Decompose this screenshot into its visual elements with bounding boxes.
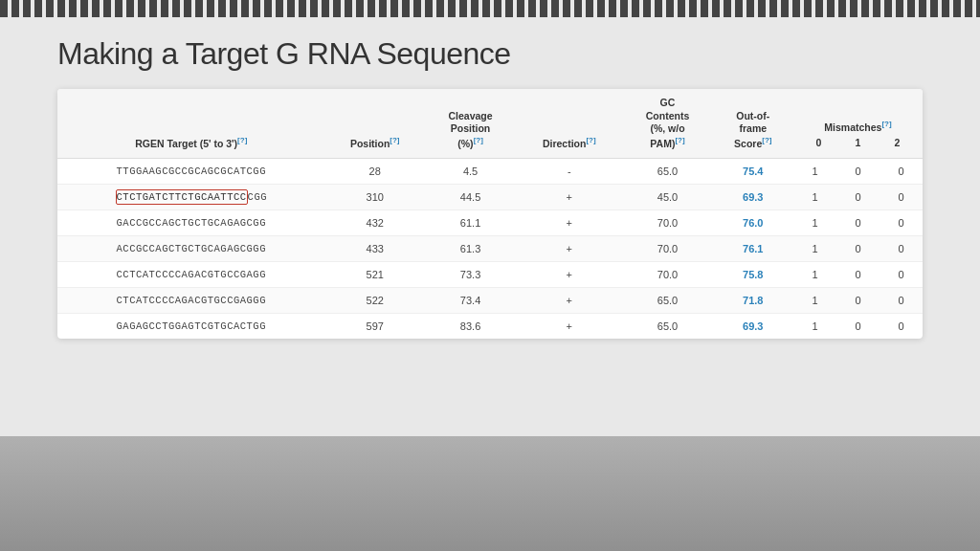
table-body: TTGGAAGCGCCGCAGCGCATCGG284.5-65.075.4100… bbox=[57, 159, 923, 340]
score-cell: 75.4 bbox=[713, 159, 793, 185]
mis0-cell: 1 bbox=[793, 236, 836, 262]
cleavage-cell: 44.5 bbox=[425, 185, 516, 210]
position-help-icon[interactable]: [?] bbox=[390, 136, 399, 144]
mis1-cell: 0 bbox=[836, 185, 880, 210]
seq-cell: CTCTGATCTTCTGCAATTCCCGG bbox=[57, 185, 325, 210]
position-cell: 310 bbox=[325, 185, 425, 210]
gc-cell: 70.0 bbox=[622, 210, 712, 236]
mis1-cell: 0 bbox=[836, 288, 880, 314]
outframe-help-icon[interactable]: [?] bbox=[762, 136, 771, 144]
cleavage-cell: 83.6 bbox=[425, 314, 516, 340]
direction-help-icon[interactable]: [?] bbox=[586, 136, 595, 144]
th-gc: GCContents(%, w/oPAM)[?] bbox=[622, 89, 712, 159]
score-cell: 71.8 bbox=[713, 288, 793, 314]
score-cell: 75.8 bbox=[713, 262, 793, 288]
th-cleavage: CleavagePosition(%)[?] bbox=[425, 89, 516, 159]
seq-cell: CTCATCCCCAGACGTGCCGAGGG bbox=[57, 288, 325, 314]
score-cell: 69.3 bbox=[713, 185, 793, 210]
position-cell: 522 bbox=[325, 288, 425, 314]
direction-cell: + bbox=[516, 236, 622, 262]
table-header-row: RGEN Target (5' to 3')[?] Position[?] Cl… bbox=[57, 89, 923, 159]
mis0-cell: 1 bbox=[793, 185, 836, 210]
gc-cell: 70.0 bbox=[622, 262, 712, 288]
mis2-cell: 0 bbox=[880, 236, 923, 262]
th-mismatches: Mismatches[?] 0 1 2 bbox=[793, 89, 923, 159]
table-row: CTCATCCCCAGACGTGCCGAGGG52273.4+65.071.81… bbox=[57, 288, 923, 314]
direction-cell: + bbox=[516, 262, 622, 288]
table-row: ACCGCCAGCTGCTGCAGAGCGGG43361.3+70.076.11… bbox=[57, 236, 923, 262]
slide-content: Making a Target G RNA Sequence RGEN Targ… bbox=[0, 27, 980, 348]
th-position: Position[?] bbox=[325, 89, 425, 159]
gc-help-icon[interactable]: [?] bbox=[675, 136, 684, 144]
position-cell: 28 bbox=[325, 159, 425, 185]
gc-cell: 65.0 bbox=[622, 314, 712, 340]
cleavage-cell: 4.5 bbox=[425, 159, 516, 185]
stripe-bar bbox=[0, 0, 980, 17]
mis0-cell: 1 bbox=[793, 288, 836, 314]
seq-cell: TTGGAAGCGCCGCAGCGCATCGG bbox=[57, 159, 325, 185]
mis2-cell: 0 bbox=[880, 288, 923, 314]
seq-cell: CCTCATCCCCAGACGTGCCGAGG bbox=[57, 262, 325, 288]
gc-cell: 70.0 bbox=[622, 236, 712, 262]
table-wrapper: RGEN Target (5' to 3')[?] Position[?] Cl… bbox=[57, 89, 923, 339]
cleavage-cell: 61.3 bbox=[425, 236, 516, 262]
mis1-cell: 0 bbox=[836, 314, 880, 340]
table-row: TTGGAAGCGCCGCAGCGCATCGG284.5-65.075.4100 bbox=[57, 159, 923, 185]
page-title: Making a Target G RNA Sequence bbox=[57, 36, 923, 72]
mis0-cell: 1 bbox=[793, 262, 836, 288]
mismatches-help-icon[interactable]: [?] bbox=[881, 120, 891, 128]
seq-suffix: CGG bbox=[248, 191, 267, 203]
seq-cell: GACCGCCAGCTGCTGCAGAGCGG bbox=[57, 210, 325, 236]
gc-cell: 65.0 bbox=[622, 159, 712, 185]
slide-container: Making a Target G RNA Sequence RGEN Targ… bbox=[0, 0, 980, 436]
mis2-cell: 0 bbox=[880, 185, 923, 210]
mis0-cell: 1 bbox=[793, 159, 836, 185]
th-outframe: Out-of-frameScore[?] bbox=[713, 89, 793, 159]
direction-cell: + bbox=[516, 314, 622, 340]
mis0-cell: 1 bbox=[793, 314, 836, 340]
position-cell: 521 bbox=[325, 262, 425, 288]
mis1-cell: 0 bbox=[836, 210, 880, 236]
direction-cell: + bbox=[516, 185, 622, 210]
mis2-cell: 0 bbox=[880, 314, 923, 340]
mis2-cell: 0 bbox=[880, 159, 923, 185]
score-cell: 76.0 bbox=[713, 210, 793, 236]
seq-cell: GAGAGCCTGGAGTCGTGCACTGG bbox=[57, 314, 325, 340]
th-direction: Direction[?] bbox=[516, 89, 622, 159]
seq-cell: ACCGCCAGCTGCTGCAGAGCGGG bbox=[57, 236, 325, 262]
direction-cell: + bbox=[516, 210, 622, 236]
table-row: GAGAGCCTGGAGTCGTGCACTGG59783.6+65.069.31… bbox=[57, 314, 923, 340]
mis0-cell: 1 bbox=[793, 210, 836, 236]
mis2-cell: 0 bbox=[880, 262, 923, 288]
mis1-cell: 0 bbox=[836, 236, 880, 262]
th-rgen: RGEN Target (5' to 3')[?] bbox=[57, 89, 325, 159]
gc-cell: 65.0 bbox=[622, 288, 712, 314]
direction-cell: - bbox=[516, 159, 622, 185]
mis1-cell: 0 bbox=[836, 262, 880, 288]
mis1-label: 1 bbox=[856, 137, 861, 150]
seq-highlight-box: CTCTGATCTTCTGCAATTCC bbox=[116, 189, 248, 205]
cleavage-cell: 73.4 bbox=[425, 288, 516, 314]
mis2-label: 2 bbox=[895, 137, 901, 150]
cleavage-help-icon[interactable]: [?] bbox=[474, 136, 483, 144]
mis0-label: 0 bbox=[816, 137, 822, 150]
direction-cell: + bbox=[516, 288, 622, 314]
mis2-cell: 0 bbox=[880, 210, 923, 236]
cleavage-cell: 73.3 bbox=[425, 262, 516, 288]
table-row: CCTCATCCCCAGACGTGCCGAGG52173.3+70.075.81… bbox=[57, 262, 923, 288]
table-row: GACCGCCAGCTGCTGCAGAGCGG43261.1+70.076.01… bbox=[57, 210, 923, 236]
table-row: CTCTGATCTTCTGCAATTCCCGG31044.5+45.069.31… bbox=[57, 185, 923, 210]
score-cell: 76.1 bbox=[713, 236, 793, 262]
position-cell: 433 bbox=[325, 236, 425, 262]
rgen-help-icon[interactable]: [?] bbox=[237, 136, 247, 144]
position-cell: 597 bbox=[325, 314, 425, 340]
cleavage-cell: 61.1 bbox=[425, 210, 516, 236]
data-table: RGEN Target (5' to 3')[?] Position[?] Cl… bbox=[57, 89, 923, 339]
gc-cell: 45.0 bbox=[622, 185, 712, 210]
mis1-cell: 0 bbox=[836, 159, 880, 185]
position-cell: 432 bbox=[325, 210, 425, 236]
score-cell: 69.3 bbox=[713, 314, 793, 340]
